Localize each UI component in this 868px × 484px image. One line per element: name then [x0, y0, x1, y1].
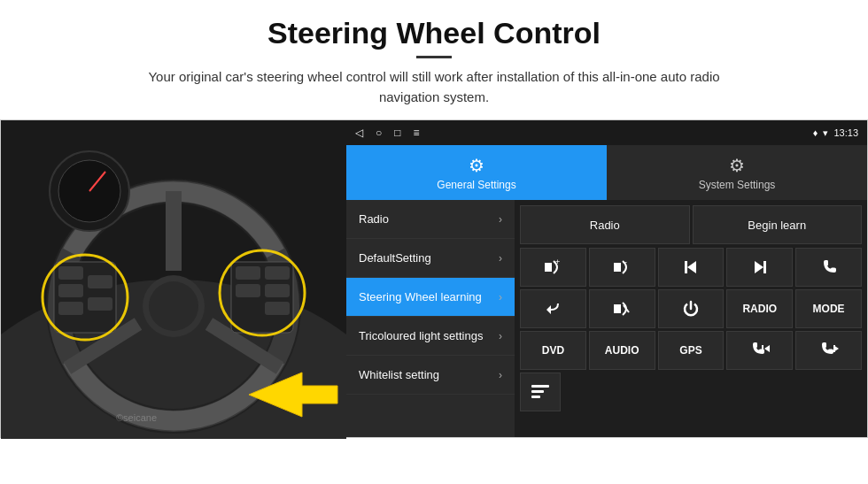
menu-tricoloured-label: Tricoloured light settings	[359, 329, 483, 342]
menu-item-default[interactable]: DefaultSetting ›	[346, 239, 515, 278]
svg-rect-20	[265, 302, 290, 315]
wifi-icon: ▾	[823, 127, 828, 139]
menu-item-whitelist[interactable]: Whitelist setting ›	[346, 356, 515, 395]
menu-tricoloured-chevron: ›	[499, 330, 502, 342]
svg-rect-16	[236, 266, 260, 280]
vol-down-button[interactable]: -	[589, 248, 655, 287]
status-bar-right: ♦ ▾ 13:13	[813, 127, 858, 139]
menu-nav-icon[interactable]: ≡	[414, 127, 420, 139]
svg-rect-18	[265, 266, 290, 280]
svg-rect-43	[531, 390, 544, 393]
menu-default-chevron: ›	[499, 252, 502, 265]
recents-nav-icon[interactable]: □	[394, 127, 400, 139]
menu-icon-button[interactable]	[520, 373, 561, 411]
power-button[interactable]	[658, 289, 725, 328]
content-section: ©seicane ◁ ○ □ ≡ ♦ ▾ 13:13	[0, 119, 868, 438]
control-grid-row2: RADIO MODE	[520, 289, 862, 328]
car-image-container: ©seicane	[1, 120, 346, 439]
tab-general[interactable]: ⚙ General Settings	[346, 145, 607, 200]
svg-marker-28	[545, 263, 552, 272]
prev-track-button[interactable]	[658, 248, 725, 287]
control-panel: Radio Begin learn + -	[515, 200, 867, 437]
bottom-icon-row	[520, 373, 862, 411]
control-grid-row3: DVD AUDIO GPS	[520, 331, 862, 370]
svg-rect-19	[265, 284, 290, 297]
svg-marker-34	[755, 261, 763, 273]
tabs-bar: ⚙ General Settings ⚙ System Settings	[346, 145, 867, 200]
svg-rect-41	[833, 345, 835, 352]
menu-steering-label: Steering Wheel learning	[359, 290, 482, 303]
svg-rect-42	[531, 385, 549, 388]
menu-item-tricoloured[interactable]: Tricoloured light settings ›	[346, 317, 515, 356]
svg-text:©seicane: ©seicane	[116, 412, 157, 423]
tab-system[interactable]: ⚙ System Settings	[607, 145, 867, 200]
page-wrapper: Steering Wheel Control Your original car…	[0, 0, 868, 438]
subtitle: Your original car's steering wheel contr…	[124, 67, 744, 107]
vol-up-button[interactable]: +	[520, 248, 586, 287]
system-settings-icon: ⚙	[729, 155, 745, 176]
svg-rect-10	[58, 266, 83, 280]
svg-rect-39	[762, 345, 763, 352]
header-section: Steering Wheel Control Your original car…	[0, 0, 868, 116]
time-display: 13:13	[833, 127, 858, 138]
radio-label-button[interactable]: RADIO	[726, 289, 793, 328]
svg-rect-44	[531, 396, 540, 398]
title-divider	[416, 56, 452, 58]
svg-marker-32	[687, 261, 696, 273]
mute-button[interactable]	[589, 289, 655, 328]
dvd-button[interactable]: DVD	[520, 331, 586, 370]
begin-learn-button[interactable]: Begin learn	[693, 205, 863, 244]
svg-rect-14	[88, 297, 112, 311]
radio-button[interactable]: Radio	[520, 205, 690, 244]
return-button[interactable]	[520, 289, 586, 328]
menu-radio-label: Radio	[359, 212, 389, 226]
gps-icon: ♦	[813, 127, 818, 138]
menu-panel: Radio › DefaultSetting › Steering Wheel …	[346, 200, 515, 437]
svg-marker-36	[614, 304, 621, 313]
gps-button[interactable]: GPS	[658, 331, 725, 370]
next-track-button[interactable]	[726, 248, 793, 287]
page-title: Steering Wheel Control	[35, 16, 833, 50]
svg-point-8	[149, 281, 198, 331]
svg-rect-13	[88, 275, 112, 288]
phone-next-button[interactable]	[795, 331, 862, 370]
menu-item-radio[interactable]: Radio ›	[346, 200, 515, 239]
svg-rect-12	[58, 302, 83, 315]
top-control-row: Radio Begin learn	[520, 205, 862, 244]
phone-button[interactable]	[795, 248, 862, 287]
svg-rect-17	[236, 284, 260, 297]
svg-rect-35	[763, 261, 766, 273]
svg-rect-33	[685, 261, 687, 273]
audio-button[interactable]: AUDIO	[589, 331, 655, 370]
tab-general-label: General Settings	[437, 179, 515, 191]
menu-radio-chevron: ›	[499, 213, 502, 226]
menu-steering-chevron: ›	[499, 291, 502, 303]
control-grid-row1: + -	[520, 248, 862, 287]
menu-item-steering[interactable]: Steering Wheel learning ›	[346, 278, 515, 317]
home-nav-icon[interactable]: ○	[376, 127, 382, 139]
svg-text:+: +	[555, 257, 560, 266]
main-content: Radio › DefaultSetting › Steering Wheel …	[346, 200, 867, 437]
svg-text:-: -	[624, 257, 627, 266]
status-bar-nav: ◁ ○ □ ≡	[355, 127, 420, 139]
car-image-svg: ©seicane	[1, 120, 346, 439]
menu-whitelist-chevron: ›	[499, 369, 502, 381]
menu-whitelist-label: Whitelist setting	[359, 368, 439, 381]
tab-system-label: System Settings	[699, 179, 776, 191]
svg-rect-11	[58, 284, 83, 297]
phone-prev-button[interactable]	[726, 331, 793, 370]
menu-default-label: DefaultSetting	[359, 251, 431, 265]
ui-panel: ◁ ○ □ ≡ ♦ ▾ 13:13 ⚙ General Settings	[346, 120, 867, 437]
svg-marker-30	[614, 263, 621, 272]
status-bar: ◁ ○ □ ≡ ♦ ▾ 13:13	[346, 120, 867, 145]
mode-button[interactable]: MODE	[795, 289, 862, 328]
svg-marker-38	[764, 345, 770, 352]
back-nav-icon[interactable]: ◁	[355, 127, 363, 139]
settings-gear-icon: ⚙	[469, 155, 484, 176]
